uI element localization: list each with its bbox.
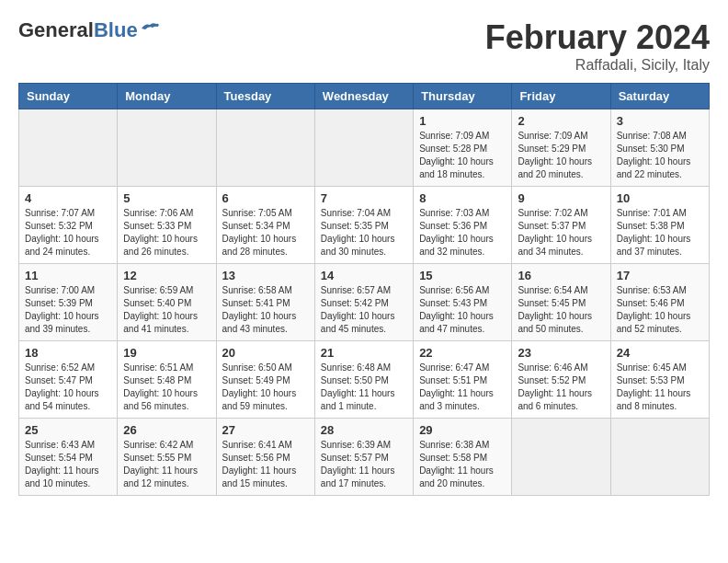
day-info: Sunrise: 6:48 AM Sunset: 5:50 PM Dayligh…: [321, 362, 407, 413]
calendar-day-cell: 12Sunrise: 6:59 AM Sunset: 5:40 PM Dayli…: [118, 264, 216, 341]
day-of-week-header: Friday: [512, 84, 610, 109]
calendar-day-cell: [19, 109, 118, 187]
day-number: 15: [419, 269, 506, 282]
day-number: 12: [123, 269, 210, 282]
day-info: Sunrise: 7:06 AM Sunset: 5:33 PM Dayligh…: [123, 207, 210, 259]
day-info: Sunrise: 6:39 AM Sunset: 5:57 PM Dayligh…: [321, 439, 407, 490]
day-info: Sunrise: 6:43 AM Sunset: 5:54 PM Dayligh…: [25, 439, 111, 490]
day-of-week-header: Monday: [118, 84, 216, 109]
calendar-day-cell: 19Sunrise: 6:51 AM Sunset: 5:48 PM Dayli…: [118, 341, 216, 419]
calendar-day-cell: 2Sunrise: 7:09 AM Sunset: 5:29 PM Daylig…: [512, 109, 610, 187]
calendar-day-cell: 9Sunrise: 7:02 AM Sunset: 5:37 PM Daylig…: [512, 187, 610, 264]
day-info: Sunrise: 6:58 AM Sunset: 5:41 PM Dayligh…: [222, 284, 309, 336]
day-info: Sunrise: 6:38 AM Sunset: 5:58 PM Dayligh…: [419, 439, 506, 490]
day-info: Sunrise: 6:50 AM Sunset: 5:49 PM Dayligh…: [222, 362, 309, 413]
day-number: 18: [25, 346, 111, 360]
calendar-day-cell: [118, 109, 216, 187]
calendar-week-row: 18Sunrise: 6:52 AM Sunset: 5:47 PM Dayli…: [19, 341, 710, 419]
calendar-day-cell: 10Sunrise: 7:01 AM Sunset: 5:38 PM Dayli…: [610, 187, 709, 264]
day-info: Sunrise: 7:02 AM Sunset: 5:37 PM Dayligh…: [518, 207, 604, 259]
calendar-week-row: 11Sunrise: 7:00 AM Sunset: 5:39 PM Dayli…: [19, 264, 710, 341]
days-of-week-row: SundayMondayTuesdayWednesdayThursdayFrid…: [19, 84, 710, 109]
day-number: 5: [123, 191, 210, 205]
day-info: Sunrise: 7:00 AM Sunset: 5:39 PM Dayligh…: [25, 284, 111, 336]
day-number: 28: [321, 423, 407, 437]
calendar-day-cell: [314, 109, 413, 187]
calendar-week-row: 25Sunrise: 6:43 AM Sunset: 5:54 PM Dayli…: [19, 419, 710, 496]
day-info: Sunrise: 6:51 AM Sunset: 5:48 PM Dayligh…: [123, 362, 210, 413]
calendar-day-cell: 24Sunrise: 6:45 AM Sunset: 5:53 PM Dayli…: [610, 341, 709, 419]
calendar-day-cell: 18Sunrise: 6:52 AM Sunset: 5:47 PM Dayli…: [19, 341, 118, 419]
day-info: Sunrise: 6:56 AM Sunset: 5:43 PM Dayligh…: [419, 284, 506, 336]
day-info: Sunrise: 7:07 AM Sunset: 5:32 PM Dayligh…: [25, 207, 111, 259]
calendar-day-cell: 16Sunrise: 6:54 AM Sunset: 5:45 PM Dayli…: [512, 264, 610, 341]
day-info: Sunrise: 7:08 AM Sunset: 5:30 PM Dayligh…: [617, 130, 703, 181]
calendar-day-cell: [216, 109, 314, 187]
day-number: 16: [518, 269, 604, 282]
day-info: Sunrise: 6:59 AM Sunset: 5:40 PM Dayligh…: [123, 284, 210, 336]
calendar-day-cell: 28Sunrise: 6:39 AM Sunset: 5:57 PM Dayli…: [314, 419, 413, 496]
day-info: Sunrise: 6:47 AM Sunset: 5:51 PM Dayligh…: [419, 362, 506, 413]
calendar-day-cell: 14Sunrise: 6:57 AM Sunset: 5:42 PM Dayli…: [314, 264, 413, 341]
day-number: 22: [419, 346, 506, 360]
calendar-day-cell: [610, 419, 709, 496]
calendar-day-cell: 4Sunrise: 7:07 AM Sunset: 5:32 PM Daylig…: [19, 187, 118, 264]
day-number: 23: [518, 346, 604, 360]
day-info: Sunrise: 6:46 AM Sunset: 5:52 PM Dayligh…: [518, 362, 604, 413]
day-info: Sunrise: 6:41 AM Sunset: 5:56 PM Dayligh…: [222, 439, 309, 490]
day-number: 21: [321, 346, 407, 360]
calendar-day-cell: 25Sunrise: 6:43 AM Sunset: 5:54 PM Dayli…: [19, 419, 118, 496]
day-number: 14: [321, 269, 407, 282]
day-info: Sunrise: 7:09 AM Sunset: 5:28 PM Dayligh…: [419, 130, 506, 181]
calendar-day-cell: 20Sunrise: 6:50 AM Sunset: 5:49 PM Dayli…: [216, 341, 314, 419]
day-number: 26: [123, 423, 210, 437]
calendar-table: SundayMondayTuesdayWednesdayThursdayFrid…: [18, 83, 710, 496]
month-year: February 2024: [485, 18, 710, 57]
day-of-week-header: Sunday: [19, 84, 118, 109]
day-info: Sunrise: 6:52 AM Sunset: 5:47 PM Dayligh…: [25, 362, 111, 413]
calendar-day-cell: 3Sunrise: 7:08 AM Sunset: 5:30 PM Daylig…: [610, 109, 709, 187]
day-of-week-header: Thursday: [414, 84, 512, 109]
page-header: GeneralBlue February 2024 Raffadali, Sic…: [18, 18, 710, 74]
calendar-week-row: 4Sunrise: 7:07 AM Sunset: 5:32 PM Daylig…: [19, 187, 710, 264]
logo-general: General: [18, 18, 94, 41]
day-number: 20: [222, 346, 309, 360]
day-of-week-header: Wednesday: [314, 84, 413, 109]
day-number: 8: [419, 191, 506, 205]
day-number: 24: [617, 346, 703, 360]
calendar-day-cell: 17Sunrise: 6:53 AM Sunset: 5:46 PM Dayli…: [610, 264, 709, 341]
day-number: 7: [321, 191, 407, 205]
day-info: Sunrise: 7:01 AM Sunset: 5:38 PM Dayligh…: [617, 207, 703, 259]
calendar-day-cell: 8Sunrise: 7:03 AM Sunset: 5:36 PM Daylig…: [414, 187, 512, 264]
calendar-day-cell: 22Sunrise: 6:47 AM Sunset: 5:51 PM Dayli…: [414, 341, 512, 419]
location: Raffadali, Sicily, Italy: [485, 57, 710, 74]
title-block: February 2024 Raffadali, Sicily, Italy: [485, 18, 710, 74]
calendar-day-cell: 5Sunrise: 7:06 AM Sunset: 5:33 PM Daylig…: [118, 187, 216, 264]
day-info: Sunrise: 7:05 AM Sunset: 5:34 PM Dayligh…: [222, 207, 309, 259]
day-of-week-header: Saturday: [610, 84, 709, 109]
calendar-body: 1Sunrise: 7:09 AM Sunset: 5:28 PM Daylig…: [19, 109, 710, 496]
calendar-day-cell: 26Sunrise: 6:42 AM Sunset: 5:55 PM Dayli…: [118, 419, 216, 496]
day-number: 3: [617, 114, 703, 128]
day-number: 1: [419, 114, 506, 128]
calendar-day-cell: 11Sunrise: 7:00 AM Sunset: 5:39 PM Dayli…: [19, 264, 118, 341]
day-number: 9: [518, 191, 604, 205]
logo-blue: Blue: [94, 18, 138, 41]
calendar-day-cell: 6Sunrise: 7:05 AM Sunset: 5:34 PM Daylig…: [216, 187, 314, 264]
day-number: 29: [419, 423, 506, 437]
day-info: Sunrise: 6:54 AM Sunset: 5:45 PM Dayligh…: [518, 284, 604, 336]
day-info: Sunrise: 6:42 AM Sunset: 5:55 PM Dayligh…: [123, 439, 210, 490]
day-number: 6: [222, 191, 309, 205]
day-number: 10: [617, 191, 703, 205]
logo: GeneralBlue: [18, 18, 160, 42]
calendar-day-cell: 27Sunrise: 6:41 AM Sunset: 5:56 PM Dayli…: [216, 419, 314, 496]
day-number: 2: [518, 114, 604, 128]
day-info: Sunrise: 7:03 AM Sunset: 5:36 PM Dayligh…: [419, 207, 506, 259]
day-info: Sunrise: 6:45 AM Sunset: 5:53 PM Dayligh…: [617, 362, 703, 413]
day-number: 17: [617, 269, 703, 282]
day-number: 27: [222, 423, 309, 437]
calendar-day-cell: 29Sunrise: 6:38 AM Sunset: 5:58 PM Dayli…: [414, 419, 512, 496]
logo-bird-icon: [140, 21, 160, 36]
calendar-day-cell: 21Sunrise: 6:48 AM Sunset: 5:50 PM Dayli…: [314, 341, 413, 419]
day-number: 11: [25, 269, 111, 282]
